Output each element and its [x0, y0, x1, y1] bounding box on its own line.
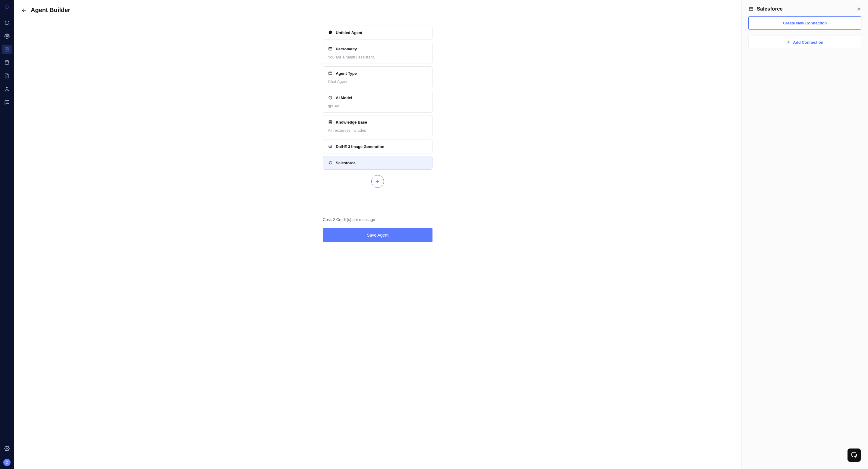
- agent-type-icon: [328, 71, 333, 76]
- agent-name-label: Untitled Agent: [336, 30, 362, 35]
- svg-line-8: [6, 8, 7, 9]
- svg-rect-27: [329, 72, 332, 74]
- panel-title-icon: [748, 6, 754, 12]
- svg-rect-16: [5, 48, 9, 51]
- card-agent-name[interactable]: Untitled Agent: [323, 26, 433, 39]
- svg-line-9: [6, 8, 6, 8]
- add-connection-button[interactable]: Add Connection: [748, 36, 861, 49]
- card-dalle[interactable]: Dall-E 3 Image Generation: [323, 139, 433, 153]
- app-logo: [3, 2, 11, 11]
- personality-label: Personality: [336, 47, 357, 51]
- card-salesforce[interactable]: Salesforce: [323, 156, 433, 170]
- card-agent-type[interactable]: Agent Type Chat Agent: [323, 66, 433, 88]
- panel-title: Salesforce: [757, 6, 853, 12]
- agent-type-value: Chat Agent: [328, 79, 427, 84]
- svg-line-7: [7, 8, 7, 9]
- svg-point-24: [6, 448, 8, 449]
- svg-point-30: [329, 120, 332, 121]
- back-button[interactable]: [21, 7, 27, 13]
- save-agent-button[interactable]: Save Agent: [323, 228, 433, 242]
- chat-fab[interactable]: [847, 448, 861, 462]
- builder-area: Untitled Agent Personality You are a hel…: [14, 13, 741, 469]
- side-rail: C: [0, 0, 14, 469]
- nav-settings[interactable]: [2, 444, 12, 453]
- card-ai-model[interactable]: AI AI Model gpt-4o: [323, 91, 433, 113]
- arrow-left-icon: [21, 7, 27, 13]
- logo-icon: [4, 4, 10, 9]
- dalle-label: Dall-E 3 Image Generation: [336, 145, 384, 149]
- nav-database[interactable]: [2, 58, 12, 67]
- svg-rect-32: [749, 7, 753, 11]
- user-avatar[interactable]: C: [3, 459, 10, 466]
- agent-type-label: Agent Type: [336, 71, 357, 76]
- plus-icon: [375, 179, 380, 184]
- card-stack: Untitled Agent Personality You are a hel…: [323, 26, 433, 242]
- svg-line-10: [5, 7, 6, 7]
- panel-header: Salesforce: [748, 6, 861, 12]
- svg-line-6: [8, 8, 8, 8]
- ai-model-value: gpt-4o: [328, 104, 427, 108]
- agent-head-icon: [328, 30, 333, 35]
- nav-chat[interactable]: [2, 18, 12, 28]
- card-knowledge-base[interactable]: Knowledge Base All resources included: [323, 115, 433, 137]
- svg-point-17: [5, 61, 9, 62]
- right-panel: Salesforce Create New Connection Add Con…: [741, 0, 868, 469]
- svg-rect-26: [329, 47, 332, 50]
- svg-point-25: [330, 32, 330, 33]
- main-content: Agent Builder Untitled Agent Personality…: [14, 0, 741, 469]
- chat-bubble-icon: [850, 451, 858, 459]
- svg-text:AI: AI: [330, 97, 331, 98]
- svg-line-13: [5, 5, 6, 6]
- document-icon: [4, 73, 10, 79]
- nav-documents[interactable]: [2, 71, 12, 81]
- add-connection-label: Add Connection: [793, 40, 823, 44]
- nav-members[interactable]: [2, 84, 12, 94]
- plus-small-icon: [786, 40, 790, 44]
- add-card-button[interactable]: [371, 175, 384, 188]
- cost-text: Cost: 2 Credit(s) per message: [323, 217, 433, 222]
- personality-icon: [328, 46, 333, 51]
- messages-icon: [4, 100, 10, 105]
- svg-line-12: [5, 6, 6, 6]
- page-title: Agent Builder: [31, 7, 70, 13]
- close-icon: [856, 7, 861, 11]
- page-header: Agent Builder: [14, 0, 741, 13]
- create-connection-button[interactable]: Create New Connection: [748, 16, 861, 30]
- ai-model-label: AI Model: [336, 96, 352, 100]
- settings-icon: [4, 446, 10, 451]
- svg-point-23: [7, 102, 8, 102]
- chat-icon: [4, 20, 10, 26]
- svg-line-14: [6, 4, 6, 5]
- card-personality[interactable]: Personality You are a helpful assistant.: [323, 42, 433, 64]
- salesforce-icon: [328, 160, 333, 165]
- salesforce-label: Salesforce: [336, 161, 355, 165]
- kb-label: Knowledge Base: [336, 120, 367, 124]
- svg-line-2: [8, 5, 8, 6]
- database-icon: [4, 60, 10, 65]
- svg-line-3: [8, 6, 9, 6]
- svg-point-21: [6, 102, 6, 102]
- personality-value: You are a helpful assistant.: [328, 55, 427, 59]
- ai-model-icon: AI: [328, 95, 333, 100]
- svg-point-15: [6, 36, 8, 37]
- panel-close-button[interactable]: [856, 6, 861, 12]
- nav-automations[interactable]: [2, 31, 12, 41]
- knowledge-base-icon: [328, 120, 333, 124]
- nav-messages[interactable]: [2, 98, 12, 107]
- svg-point-18: [7, 87, 7, 88]
- svg-line-5: [8, 7, 9, 7]
- image-gen-icon: [328, 144, 333, 149]
- nav-agent-builder[interactable]: [2, 44, 12, 54]
- share-icon: [4, 87, 10, 92]
- gear-icon: [4, 33, 10, 39]
- svg-line-1: [7, 4, 8, 5]
- agent-builder-icon: [4, 47, 10, 52]
- kb-value: All resources included: [328, 128, 427, 133]
